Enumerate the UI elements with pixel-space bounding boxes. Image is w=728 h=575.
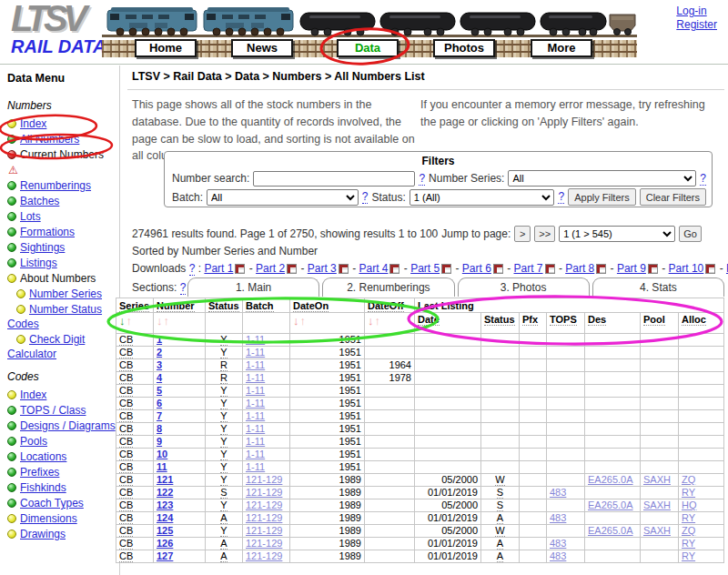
sidebar-item-check-digit-calculator[interactable]: Check Digit Calculator — [7, 332, 117, 361]
sidebar-item-lots[interactable]: Lots — [7, 209, 117, 224]
file-download-icon[interactable] — [648, 264, 658, 274]
sidebar-item-label[interactable]: Formations — [20, 226, 75, 238]
number-link[interactable]: 5 — [157, 385, 162, 396]
cell-number[interactable]: 127 — [154, 550, 206, 563]
download-part-link-3[interactable]: Part 3 — [308, 262, 337, 275]
batch-link[interactable]: 121-129 — [246, 499, 282, 510]
cell-number[interactable]: 123 — [154, 499, 206, 512]
file-download-icon[interactable] — [596, 264, 606, 274]
cell-number[interactable]: 1 — [154, 334, 206, 347]
sections-help-link[interactable]: ? — [180, 281, 187, 295]
cell-batch[interactable]: 1-11 — [243, 398, 290, 410]
cell-ll-des[interactable]: EA265.0A — [585, 525, 641, 538]
cell-batch[interactable]: 121-129 — [243, 487, 290, 499]
page-select[interactable]: 1 (1 > 545) — [559, 226, 675, 242]
sidebar-item-designs-diagrams[interactable]: Designs / Diagrams — [7, 419, 117, 433]
batch-link[interactable]: 1-11 — [246, 398, 265, 409]
batch-link[interactable]: 121-129 — [246, 474, 282, 485]
file-download-icon[interactable] — [705, 264, 715, 274]
sort-descending-icon[interactable]: ↓ — [119, 314, 126, 328]
ll-alloc-link[interactable]: RY — [682, 550, 695, 561]
ll-des-link[interactable]: EA265.0A — [588, 474, 633, 485]
sidebar-item-renumberings[interactable]: Renumberings — [7, 178, 117, 193]
sidebar-item-label[interactable]: All Numbers — [20, 133, 79, 146]
download-part-link-10[interactable]: Part 10 — [669, 262, 704, 275]
download-part-link-4[interactable]: Part 4 — [359, 262, 388, 275]
sort-ascending-icon[interactable]: ↑ — [164, 314, 171, 328]
batch-select[interactable]: All — [207, 189, 359, 206]
cell-ll-alloc[interactable]: RY — [679, 550, 724, 563]
cell-batch[interactable]: 121-129 — [243, 550, 290, 563]
tab-3-photos[interactable]: 3. Photos — [458, 277, 590, 297]
batch-link[interactable]: 1-11 — [246, 334, 265, 345]
sidebar-item-label[interactable]: Drawings — [20, 528, 66, 540]
cell-number[interactable]: 4 — [154, 372, 206, 385]
next-page-button[interactable]: > — [514, 226, 531, 242]
cell-number[interactable]: 124 — [154, 512, 206, 525]
sidebar-item-dimensions[interactable]: Dimensions — [7, 511, 117, 526]
cell-batch[interactable]: 1-11 — [243, 410, 290, 423]
ll-alloc-link[interactable]: ZQ — [682, 474, 695, 485]
tab-2-renumberings[interactable]: 2. Renumberings — [322, 277, 454, 297]
sidebar-item-pools[interactable]: Pools — [7, 434, 117, 449]
sidebar-item-all-numbers[interactable]: All Numbers — [7, 132, 117, 146]
cell-number[interactable]: 8 — [154, 423, 206, 436]
cell-batch[interactable]: 1-11 — [243, 461, 290, 474]
file-download-icon[interactable] — [339, 264, 349, 274]
number-link[interactable]: 123 — [157, 499, 173, 510]
batch-link[interactable]: 1-11 — [246, 436, 265, 447]
cell-number[interactable]: 125 — [154, 525, 206, 538]
number-link[interactable]: 124 — [157, 512, 173, 523]
number-link[interactable]: 1 — [157, 334, 162, 345]
ll-tops-link[interactable]: 483 — [550, 487, 566, 498]
cell-number[interactable]: 126 — [154, 538, 206, 550]
cell-number[interactable]: 121 — [154, 474, 206, 487]
column-header-series[interactable]: Series — [119, 300, 149, 312]
cell-batch[interactable]: 121-129 — [243, 525, 290, 538]
sidebar-item-index[interactable]: Index — [7, 116, 117, 131]
number-link[interactable]: 127 — [157, 550, 173, 561]
cell-batch[interactable]: 121-129 — [243, 474, 290, 487]
number-link[interactable]: 121 — [157, 474, 173, 485]
ll-alloc-link[interactable]: ZQ — [682, 525, 695, 536]
batch-link[interactable]: 1-11 — [246, 359, 265, 370]
sidebar-item-formations[interactable]: Formations — [7, 225, 117, 239]
batch-link[interactable]: 1-11 — [246, 423, 265, 434]
ll-alloc-link[interactable]: RY — [682, 487, 695, 498]
cell-batch[interactable]: 1-11 — [243, 423, 290, 436]
sidebar-item-label[interactable]: Coach Types — [20, 497, 84, 509]
batch-link[interactable]: 1-11 — [246, 449, 265, 459]
ll-pool-link[interactable]: SAXH — [643, 499, 671, 510]
cell-batch[interactable]: 1-11 — [243, 449, 290, 461]
nav-button-more[interactable]: More — [531, 39, 592, 57]
sidebar-item-sightings[interactable]: Sightings — [7, 240, 117, 255]
batch-link[interactable]: 1-11 — [246, 372, 265, 383]
download-part-link-1[interactable]: Part 1 — [204, 262, 233, 275]
cell-batch[interactable]: 121-129 — [243, 512, 290, 525]
nav-button-home[interactable]: Home — [135, 39, 197, 57]
sort-descending-icon[interactable]: ↓ — [293, 314, 300, 328]
sidebar-item-prefixes[interactable]: Prefixes — [7, 465, 117, 479]
number-search-help-link[interactable]: ? — [419, 172, 425, 186]
login-link[interactable]: Log-in — [676, 5, 717, 18]
cell-ll-pool[interactable]: SAXH — [641, 525, 679, 538]
column-header-status[interactable]: Status — [208, 300, 239, 312]
ll-des-link[interactable]: EA265.0A — [588, 499, 633, 510]
cell-ll-alloc[interactable]: RY — [679, 512, 724, 525]
sidebar-item-label[interactable]: Dimensions — [20, 512, 77, 525]
sidebar-item-label[interactable]: Locations — [20, 450, 66, 463]
number-link[interactable]: 3 — [157, 359, 162, 370]
column-header-batch[interactable]: Batch — [246, 300, 274, 312]
sidebar-item-label[interactable]: Batches — [20, 195, 59, 207]
sidebar-item-label[interactable]: Prefixes — [20, 466, 59, 479]
cell-batch[interactable]: 121-129 — [243, 499, 290, 512]
last-page-button[interactable]: >> — [534, 226, 555, 242]
sidebar-item-label[interactable]: Sightings — [20, 241, 65, 254]
sidebar-item-number-status-codes[interactable]: Number Status Codes — [7, 302, 117, 331]
batch-link[interactable]: 121-129 — [246, 525, 282, 536]
cell-ll-alloc[interactable]: RY — [679, 538, 724, 550]
batch-link[interactable]: 121-129 — [246, 512, 282, 523]
cell-ll-alloc[interactable]: RY — [679, 487, 724, 499]
number-link[interactable]: 6 — [157, 398, 162, 409]
sidebar-item-coach-types[interactable]: Coach Types — [7, 496, 117, 510]
